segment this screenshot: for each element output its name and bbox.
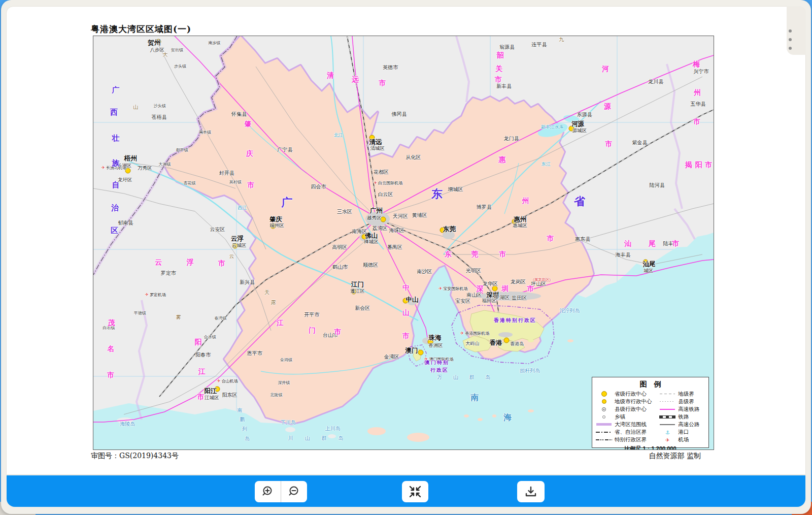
map-label: 清 (327, 72, 334, 79)
map-label: 河源 (571, 120, 584, 127)
map-label: 江城区 (205, 396, 219, 401)
legend-label: 县级行政中心 (615, 406, 647, 413)
map-label: 龙华区 (483, 281, 498, 286)
map-label: 市 (197, 393, 204, 400)
legend-item: 高速公路 (659, 421, 708, 428)
map-label: 区 (111, 226, 118, 234)
map-label: 南丰镇 (199, 131, 211, 135)
zoom-out-icon (288, 485, 301, 498)
map-label: 贺街镇 (171, 48, 183, 52)
map-label: 兴宁市 (694, 69, 709, 74)
map-label: 海丰县 (616, 252, 631, 258)
bottom-toolbar (7, 475, 805, 507)
legend-label: 县级界 (678, 398, 694, 405)
map-label: 越秀区 (367, 215, 382, 220)
compress-arrows-icon (409, 486, 421, 498)
port-icon (659, 430, 676, 435)
map-label: 广宁县 (278, 147, 293, 152)
map-label: 市 (705, 161, 712, 168)
map-label: 东 (431, 188, 443, 200)
download-button[interactable] (517, 481, 545, 502)
map-label: 宝安区 (455, 299, 470, 304)
map-label: 开平市 (304, 312, 319, 317)
map-label: 源城区 (572, 128, 587, 133)
map-label: 蓬江区 (350, 288, 365, 294)
map-label: 龙岗区 (511, 279, 526, 284)
map-label: 南 (471, 394, 479, 402)
map-label: 雾 (176, 315, 181, 320)
city-marker (512, 219, 517, 224)
map-label: 阳 (195, 338, 202, 345)
map-label: 万 (437, 375, 442, 380)
map-label: 岛 (339, 436, 344, 441)
map-label: 江门 (351, 281, 364, 288)
map-label: 长洲区 (117, 163, 132, 168)
legend-title: 图例 (599, 380, 708, 389)
map-label: 揭 (685, 161, 692, 168)
map-label: 罗湖区 (494, 295, 510, 300)
map-label: 市 (527, 285, 534, 292)
map-label: 光明区 (466, 268, 481, 273)
map-label: 北江 (334, 133, 343, 138)
map-label: 都平镇 (176, 148, 188, 152)
gba-boundary-icon (595, 422, 613, 427)
map-label: 云 (229, 254, 234, 259)
map-label: 莞 (471, 250, 479, 258)
map-label: 清城区 (370, 146, 385, 151)
map-label: 珠海 (429, 335, 442, 341)
map-label: 西 (110, 108, 118, 115)
map-label: 深圳 (486, 292, 499, 298)
railway-icon (659, 414, 676, 420)
fit-to-screen-button[interactable] (402, 481, 428, 502)
legend-left-column: 省级行政中心地级市行政中心县级行政中心乡镇大湾区范围线省、自治区界特别行政区界 (592, 390, 656, 443)
map-label: 岛 (245, 436, 250, 441)
map-label: 香洲区 (428, 343, 443, 348)
map-label: 大 (163, 52, 168, 57)
map-label: 海 (503, 413, 512, 422)
map-label: 南山区 (466, 293, 482, 298)
map-label: 坪山区 (531, 281, 546, 286)
map-label: 春湾镇 (215, 316, 227, 320)
map-label: 大屿山 (465, 341, 479, 345)
map-label: 州 (522, 197, 529, 204)
zoom-in-button[interactable] (255, 481, 281, 502)
map-label: 黄埔区 (412, 213, 427, 218)
map-label: 步头镇 (174, 65, 186, 69)
map-label: 行政区 (430, 368, 449, 373)
map-label: 群 (469, 375, 474, 380)
map-label: 汕 (624, 240, 631, 247)
map-label: 城区 (644, 269, 653, 274)
map-label: 市 (605, 140, 612, 147)
panel-handle[interactable] (787, 6, 806, 55)
legend-item: 省、自治区界 (595, 428, 656, 436)
map-label: 梅 (693, 60, 700, 68)
zoom-in-icon (261, 485, 275, 498)
map-label: 龙圩区 (118, 178, 132, 183)
legend-label: 省、自治区界 (615, 429, 647, 436)
map-label: 浮 (187, 259, 194, 266)
prefecture-border-icon (659, 392, 676, 397)
zoom-out-button[interactable] (281, 481, 307, 502)
map-label: 列 (242, 427, 247, 432)
map-label: 市 (379, 79, 386, 86)
legend-label: 地级界 (678, 391, 694, 398)
map-label: 深 (476, 285, 483, 292)
map-label: 香港国际机场 (460, 331, 490, 336)
map-label: 鹤山市 (332, 265, 348, 270)
map-label: 荔湾区 (373, 226, 388, 231)
map-label: 沱泞列岛 (559, 308, 580, 313)
map-label: 花都区 (374, 170, 389, 175)
map-label: 阳春市 (195, 352, 211, 358)
map-label: 中 (402, 284, 410, 291)
legend-item: 省级行政中心 (595, 390, 656, 398)
map-canvas[interactable]: 贺州八步区梧州长洲区万秀区龙圩区苍梧县云浮云城区肇庆端州区广州越秀区佛山禅城区东… (93, 36, 714, 450)
map-label: 担杆列岛 (520, 368, 540, 373)
map-label: 远 (352, 76, 359, 83)
map-label: 金鸡镇 (280, 358, 292, 362)
map-label: 莫村镇 (229, 180, 242, 184)
map-label: 东江 (542, 162, 551, 167)
map-label: 新兴县 (240, 280, 255, 285)
map-label: 东源县 (577, 112, 592, 117)
map-label: 山 (133, 105, 138, 110)
map-label: 庆 (246, 150, 253, 157)
